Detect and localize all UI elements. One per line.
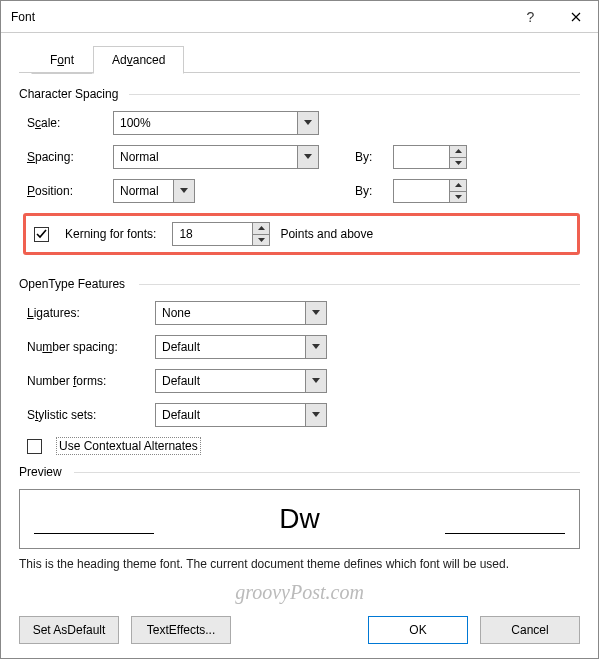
- caret-down-icon: [455, 161, 462, 165]
- chevron-down-icon: [304, 154, 312, 160]
- ok-button[interactable]: OK: [368, 616, 468, 644]
- group-character-spacing: Character Spacing Scale: Spacing: By:: [19, 87, 580, 255]
- spacing-by-down[interactable]: [449, 157, 467, 170]
- tab-advanced[interactable]: Advanced: [93, 46, 184, 74]
- numspacing-dropdown-btn[interactable]: [305, 335, 327, 359]
- kerning-up[interactable]: [252, 222, 270, 234]
- scale-dropdown-btn[interactable]: [297, 111, 319, 135]
- tab-font[interactable]: Font: [31, 46, 93, 74]
- chevron-down-icon: [304, 120, 312, 126]
- caret-up-icon: [455, 149, 462, 153]
- close-button[interactable]: [553, 1, 598, 33]
- spacing-by-up[interactable]: [449, 145, 467, 157]
- scale-label: Scale:: [27, 116, 105, 130]
- kerning-input[interactable]: [172, 222, 252, 246]
- title-bar: Font ?: [1, 1, 598, 33]
- kerning-down[interactable]: [252, 234, 270, 247]
- group-title-preview: Preview: [19, 465, 580, 479]
- text-effects-button[interactable]: Text Effects...: [131, 616, 231, 644]
- ligatures-input[interactable]: [155, 301, 305, 325]
- row-stylistic: Stylistic sets:: [27, 403, 580, 427]
- contextual-checkbox[interactable]: [27, 439, 42, 454]
- spacing-dropdown-btn[interactable]: [297, 145, 319, 169]
- row-position: Position: By:: [27, 179, 580, 203]
- stylistic-combo[interactable]: [155, 403, 327, 427]
- spacing-by-input[interactable]: [393, 145, 449, 169]
- position-combo[interactable]: [113, 179, 195, 203]
- kerning-highlight: Kerning for fonts: Points and above: [23, 213, 580, 255]
- position-by-input[interactable]: [393, 179, 449, 203]
- caret-up-icon: [258, 226, 265, 230]
- stylistic-input[interactable]: [155, 403, 305, 427]
- check-icon: [36, 229, 47, 240]
- numforms-dropdown-btn[interactable]: [305, 369, 327, 393]
- position-by-label: By:: [355, 184, 385, 198]
- chevron-down-icon: [312, 412, 320, 418]
- position-by-up[interactable]: [449, 179, 467, 191]
- spacing-combo[interactable]: [113, 145, 319, 169]
- group-title-open: OpenType Features: [19, 277, 580, 291]
- row-contextual: Use Contextual Alternates: [27, 437, 580, 455]
- numspacing-combo[interactable]: [155, 335, 327, 359]
- spacing-by-spinner[interactable]: [393, 145, 467, 169]
- position-by-spinner[interactable]: [393, 179, 467, 203]
- help-button[interactable]: ?: [508, 1, 553, 33]
- numforms-label: Number forms:: [27, 374, 147, 388]
- group-opentype: OpenType Features Ligatures: Number spac…: [19, 277, 580, 455]
- row-scale: Scale:: [27, 111, 580, 135]
- numspacing-label: Number spacing:: [27, 340, 147, 354]
- row-numspacing: Number spacing:: [27, 335, 580, 359]
- numforms-combo[interactable]: [155, 369, 327, 393]
- row-ligatures: Ligatures:: [27, 301, 580, 325]
- dialog-content: Font Advanced Character Spacing Scale: S…: [1, 33, 598, 606]
- ligatures-combo[interactable]: [155, 301, 327, 325]
- spacing-label: Spacing:: [27, 150, 105, 164]
- kerning-label: Kerning for fonts:: [65, 227, 156, 241]
- position-dropdown-btn[interactable]: [173, 179, 195, 203]
- font-dialog: Font ? Font Advanced Character Spacing S…: [0, 0, 599, 659]
- caret-up-icon: [455, 183, 462, 187]
- caret-down-icon: [258, 238, 265, 242]
- position-label: Position:: [27, 184, 105, 198]
- spacing-by-label: By:: [355, 150, 385, 164]
- position-input[interactable]: [113, 179, 173, 203]
- stylistic-label: Stylistic sets:: [27, 408, 147, 422]
- kerning-checkbox[interactable]: [34, 227, 49, 242]
- contextual-label: Use Contextual Alternates: [56, 437, 201, 455]
- position-by-down[interactable]: [449, 191, 467, 204]
- group-title-char: Character Spacing: [19, 87, 580, 101]
- dialog-footer: Set As Default Text Effects... OK Cancel: [1, 606, 598, 658]
- spacing-input[interactable]: [113, 145, 297, 169]
- scale-input[interactable]: [113, 111, 297, 135]
- dialog-title: Font: [11, 10, 508, 24]
- preview-box: Dw: [19, 489, 580, 549]
- group-preview: Preview Dw This is the heading theme fon…: [19, 465, 580, 571]
- chevron-down-icon: [312, 344, 320, 350]
- ligatures-dropdown-btn[interactable]: [305, 301, 327, 325]
- ligatures-label: Ligatures:: [27, 306, 147, 320]
- scale-combo[interactable]: [113, 111, 319, 135]
- preview-sample: Dw: [279, 503, 319, 535]
- chevron-down-icon: [180, 188, 188, 194]
- caret-down-icon: [455, 195, 462, 199]
- kerning-spinner[interactable]: [172, 222, 270, 246]
- row-spacing: Spacing: By:: [27, 145, 580, 169]
- close-icon: [571, 12, 581, 22]
- stylistic-dropdown-btn[interactable]: [305, 403, 327, 427]
- numspacing-input[interactable]: [155, 335, 305, 359]
- numforms-input[interactable]: [155, 369, 305, 393]
- preview-description: This is the heading theme font. The curr…: [19, 557, 580, 571]
- row-numforms: Number forms:: [27, 369, 580, 393]
- tab-strip: Font Advanced: [31, 45, 580, 73]
- cancel-button[interactable]: Cancel: [480, 616, 580, 644]
- chevron-down-icon: [312, 378, 320, 384]
- chevron-down-icon: [312, 310, 320, 316]
- kerning-suffix: Points and above: [280, 227, 373, 241]
- set-default-button[interactable]: Set As Default: [19, 616, 119, 644]
